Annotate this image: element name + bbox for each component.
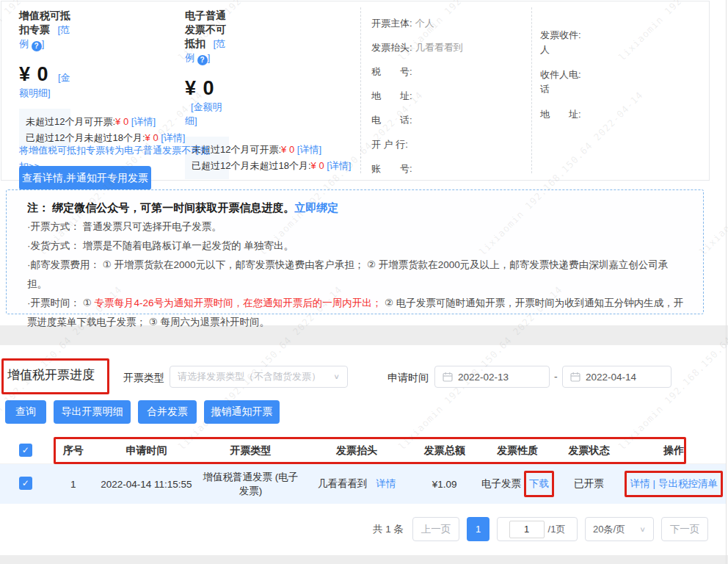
convert-special-to-ordinary-link[interactable]: 将增值税可抵扣专票转为电子普通发票不可抵扣>> (19, 142, 216, 175)
total-count: 共 1 条 (373, 523, 404, 536)
info-row-bank: 开 户 行: (371, 138, 527, 151)
ordinary-line2-detail-link[interactable]: [详情] (327, 160, 351, 171)
ordinary-title-row: 电子普通发票不可抵扣 [范例 ?] (185, 9, 229, 65)
note-line-method: ·开票方式： 普通发票只可选择开电子发票。 (27, 217, 684, 236)
row-checkbox[interactable] (19, 477, 32, 490)
page-jump-suffix: /1页 (548, 523, 566, 536)
invoice-page: 增值税可抵扣专票 [范例 ?] ¥ 0 [金额明细] 未超过12个月可开票:¥ … (0, 0, 728, 564)
recv-row-name: 发票收件: 人 (540, 28, 608, 57)
special-title-row: 增值税可抵扣专票 [范例 ?] (19, 9, 70, 51)
ordinary-amount-row: ¥ 0 [金额明细] (185, 77, 229, 128)
date-range-separator: - (554, 371, 558, 383)
info-row-title: 发票抬头:几看看看到 (371, 41, 527, 54)
date-to-input[interactable]: 2022-04-14 (562, 366, 671, 388)
invoice-type-select[interactable]: 请选择发票类型（不含随货发票） ∨ (170, 366, 348, 388)
note-line-postage: ·邮寄发票费用： ① 开增票货款在2000元以下，邮寄发票快递费由客户承担； ②… (27, 256, 684, 294)
info-row-phone: 电 话: (371, 114, 527, 127)
date-from-input[interactable]: 2022-02-13 (434, 366, 550, 388)
header-index: 序号 (51, 444, 95, 458)
info-row-taxno: 税 号: (371, 65, 527, 79)
row-amount: ¥1.09 (410, 479, 479, 490)
row-invoice-title: 几看看看到 详情 (304, 477, 410, 491)
table-row: 1 2022-04-14 11:15:55 增值税普通发票 (电子发票) 几看看… (0, 464, 726, 504)
page-1-button[interactable]: 1 (467, 517, 489, 541)
recv-row-phone: 收件人电: 话 (540, 68, 608, 97)
header-status: 发票状态 (556, 444, 622, 458)
table-header-row: 序号 申请时间 开票类型 发票抬头 发票总额 发票性质 发票状态 操作 (0, 438, 726, 464)
question-icon[interactable]: ? (32, 41, 42, 51)
calendar-icon (570, 372, 580, 382)
row-status: 已开票 (556, 477, 622, 491)
header-apply-time: 申请时间 (95, 444, 198, 458)
info-row-subject: 开票主体:个人 (371, 17, 527, 30)
invoice-type-placeholder: 请选择发票类型（不含随货发票） (178, 370, 333, 383)
row-nature: 电子发票 下载 (479, 471, 556, 497)
header-invoice-title: 发票抬头 (304, 444, 410, 458)
dashed-divider (360, 7, 361, 173)
special-amount-row: ¥ 0 [金额明细] (19, 63, 70, 100)
header-checkbox-cell (0, 444, 51, 459)
page-jump-input[interactable] (509, 521, 545, 538)
merge-invoice-button[interactable]: 合并发票 (138, 400, 197, 424)
chevron-down-icon: ∨ (639, 525, 646, 533)
row-invoice-type: 增值税普通发票 (电子发票) (197, 470, 304, 498)
bind-wechat-link[interactable]: 立即绑定 (294, 201, 338, 214)
progress-title: 增值税开票进度 (7, 366, 95, 383)
cancel-notify-button[interactable]: 撤销通知开票 (204, 400, 280, 424)
ordinary-amount: ¥ 0 (185, 77, 215, 99)
row-apply-time: 2022-04-14 11:15:55 (95, 479, 198, 490)
special-line1-detail-link[interactable]: [详情] (131, 116, 156, 127)
ordinary-amount-detail-link[interactable]: [金额明细] (185, 101, 222, 126)
chevron-down-icon: ∨ (333, 372, 340, 380)
row-detail-link[interactable]: 详情 (630, 478, 649, 489)
header-invoice-type: 开票类型 (197, 444, 304, 458)
bottom-strip (0, 555, 728, 564)
download-annotation-box: 下载 (524, 471, 554, 497)
page-jump-group: /1页 (497, 517, 578, 541)
recv-row-address: 地 址: (540, 107, 608, 122)
invoicing-progress-section: 增值税开票进度 开票类型 请选择发票类型（不含随货发票） ∨ 申请时间 2022… (0, 345, 726, 555)
date-from-value: 2022-02-13 (458, 372, 509, 383)
invoice-type-label: 开票类型 (123, 372, 164, 385)
ordinary-invoice-column: 电子普通发票不可抵扣 [范例 ?] ¥ 0 [金额明细] 未超过12个月可开票:… (185, 9, 229, 218)
row-checkbox-cell (0, 477, 51, 492)
pagination: 共 1 条 上一页 1 /1页 20条/页 ∨ 下一页 (0, 517, 708, 541)
page-size-select[interactable]: 20条/页 ∨ (585, 517, 654, 541)
header-total-amount: 发票总额 (410, 444, 479, 458)
invoice-subject-info: 开票主体:个人 发票抬头:几看看看到 税 号: 地 址: 电 话: 开 户 行:… (371, 6, 527, 176)
export-invoice-detail-button[interactable]: 导出开票明细 (54, 400, 131, 424)
row-title-detail-link[interactable]: 详情 (376, 478, 396, 489)
download-link[interactable]: 下载 (529, 478, 549, 489)
special-line1: 未超过12个月可开票:¥ 0 [详情] (26, 114, 64, 130)
invoice-summary-card: 增值税可抵扣专票 [范例 ?] ¥ 0 [金额明细] 未超过12个月可开票:¥ … (1, 1, 710, 181)
note-box: 注： 绑定微信公众号，可第一时间获取开票信息进度。立即绑定 ·开票方式： 普通发… (6, 189, 704, 314)
calendar-icon (443, 372, 453, 382)
export-tax-list-link[interactable]: 导出税控清单 (658, 478, 718, 489)
prev-page-button[interactable]: 上一页 (412, 517, 459, 541)
next-page-button[interactable]: 下一页 (661, 517, 708, 541)
apply-time-label: 申请时间 (387, 372, 429, 385)
row-index: 1 (51, 479, 95, 490)
info-row-address: 地 址: (371, 90, 527, 103)
header-operation: 操作 (622, 444, 726, 458)
date-to-value: 2022-04-14 (586, 372, 636, 383)
info-row-account: 账 号: (371, 162, 527, 176)
page-size-value: 20条/页 (593, 523, 625, 536)
header-nature: 发票性质 (479, 444, 556, 458)
special-line2-detail-link[interactable]: [详情] (161, 132, 185, 143)
note-line-time: ·开票时间： ① 专票每月4-26号为通知开票时间，在您通知开票后的一周内开出；… (27, 294, 684, 332)
note-time-red-text: 专票每月4-26号为通知开票时间，在您通知开票后的一周内开出； (95, 297, 382, 308)
note-title-line: 注： 绑定微信公众号，可第一时间获取开票信息进度。立即绑定 (27, 201, 684, 215)
query-button[interactable]: 查询 (5, 400, 46, 424)
right-border-line (726, 0, 727, 564)
operations-annotation-box: 详情|导出税控清单 (625, 471, 723, 497)
recipient-info: 发票收件: 人 收件人电: 话 地 址: (540, 18, 608, 122)
special-amount: ¥ 0 (19, 63, 49, 85)
dashed-divider (531, 7, 532, 173)
row-operations: 详情|导出税控清单 (622, 471, 726, 497)
question-icon[interactable]: ? (197, 55, 208, 65)
note-line-shipping: ·发货方式： 增票是不随着电路板订单一起发货的 单独寄出。 (27, 236, 684, 256)
select-all-checkbox[interactable] (19, 444, 32, 457)
ordinary-line1-detail-link[interactable]: [详情] (297, 144, 321, 155)
